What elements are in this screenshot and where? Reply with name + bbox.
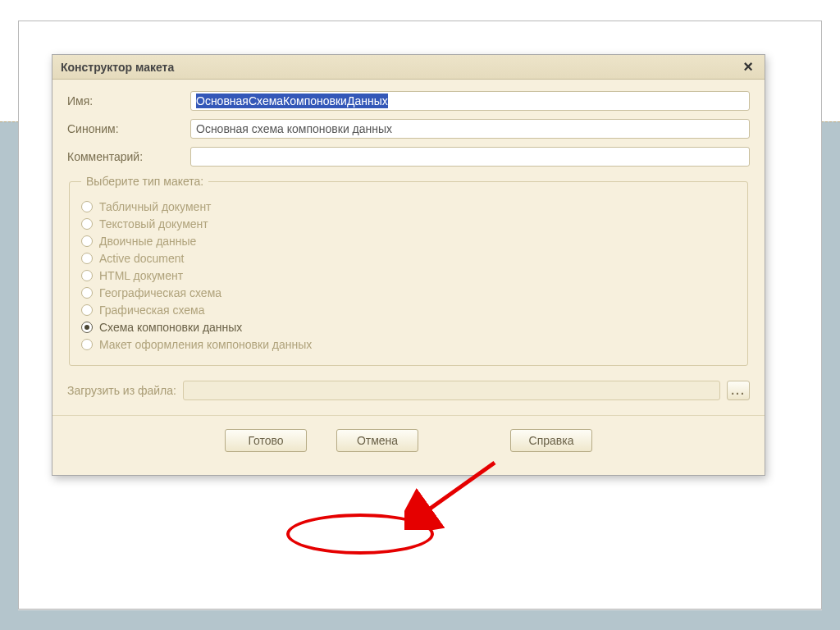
radio-option-1[interactable]: Текстовый документ [81,217,736,231]
cancel-button[interactable]: Отмена [336,429,418,452]
radio-icon [81,218,93,230]
radio-label: Макет оформления компоновки данных [99,338,312,351]
radio-icon [81,339,93,350]
radio-icon [81,322,93,333]
radio-option-5[interactable]: Географическая схема [81,286,736,299]
radio-label: HTML документ [99,269,183,282]
radio-option-4[interactable]: HTML документ [81,269,736,282]
row-name: Имя: ОсновнаяСхемаКомпоновкиДанных [67,91,750,111]
synonym-label: Синоним: [67,122,190,135]
radio-option-8[interactable]: Макет оформления компоновки данных [81,338,736,351]
radio-option-3[interactable]: Active document [81,252,736,265]
ok-button[interactable]: Готово [225,429,307,452]
ok-button-label: Готово [248,434,283,447]
name-input[interactable]: ОсновнаяСхемаКомпоновкиДанных [190,91,750,111]
radio-label: Схема компоновки данных [99,321,242,334]
annotation-ellipse [286,514,434,555]
radio-label: Двоичные данные [99,235,196,248]
layout-constructor-dialog: Конструктор макета × Имя: ОсновнаяСхемаК… [52,54,765,476]
synonym-input-value: Основная схема компоновки данных [196,122,392,135]
radio-icon [81,235,93,247]
radio-label: Табличный документ [99,200,212,213]
titlebar: Конструктор макета × [52,55,765,80]
load-path-input[interactable] [183,381,720,400]
name-label: Имя: [67,94,190,107]
comment-label: Комментарий: [67,150,190,163]
group-legend: Выберите тип макета: [81,175,208,188]
radio-icon [81,287,93,299]
row-synonym: Синоним: Основная схема компоновки данны… [67,119,750,139]
help-button-label: Справка [529,434,574,447]
name-input-value: ОсновнаяСхемаКомпоновкиДанных [196,94,388,108]
radio-label: Active document [99,252,185,265]
comment-input[interactable] [190,147,750,167]
help-button[interactable]: Справка [510,429,592,452]
radio-label: Текстовый документ [99,217,208,231]
dialog-title: Конструктор макета [61,61,174,74]
row-comment: Комментарий: [67,147,750,167]
dialog-body: Имя: ОсновнаяСхемаКомпоновкиДанных Синон… [52,80,765,475]
template-type-group: Выберите тип макета: Табличный документТ… [69,175,748,366]
browse-button[interactable]: ... [727,381,750,400]
load-from-file-row: Загрузить из файла: ... [67,381,750,400]
radio-option-2[interactable]: Двоичные данные [81,235,736,248]
radio-icon [81,201,93,212]
radio-label: Графическая схема [99,304,205,317]
close-icon[interactable]: × [740,57,756,76]
radio-icon [81,304,93,316]
radio-icon [81,270,93,281]
radio-option-0[interactable]: Табличный документ [81,200,736,213]
load-label: Загрузить из файла: [67,384,176,397]
outer-frame: Конструктор макета × Имя: ОсновнаяСхемаК… [18,21,822,609]
radio-label: Географическая схема [99,286,221,299]
radio-option-7[interactable]: Схема компоновки данных [81,321,736,334]
synonym-input[interactable]: Основная схема компоновки данных [190,119,750,139]
button-row: Готово Отмена Справка [67,416,750,467]
radio-icon [81,253,93,264]
cancel-button-label: Отмена [357,434,398,447]
browse-button-label: ... [731,384,746,397]
radio-option-6[interactable]: Графическая схема [81,304,736,317]
